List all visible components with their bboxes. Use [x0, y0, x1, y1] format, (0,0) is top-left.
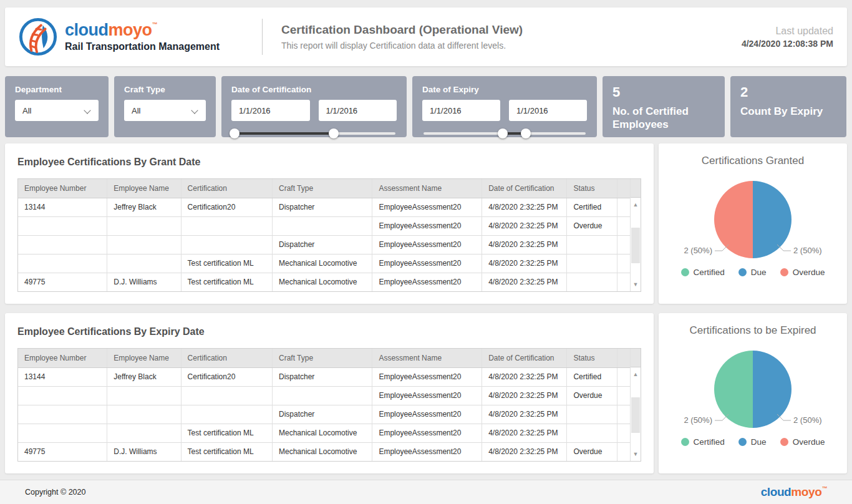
certification-end-date-input[interactable] [319, 100, 397, 121]
column-header[interactable]: Status [567, 179, 617, 198]
slider-handle-start[interactable] [230, 128, 240, 138]
slider-handle-end[interactable] [521, 128, 531, 138]
column-header[interactable]: Date of Certification [482, 349, 567, 367]
column-header[interactable]: Status [567, 349, 617, 367]
expiry-date-slider[interactable] [422, 128, 587, 138]
scroll-up-icon[interactable]: ▲ [631, 201, 641, 208]
legend-dot-icon [780, 268, 788, 276]
pie-label-right: 2 (50%) [793, 415, 822, 425]
scroll-up-icon[interactable]: ▲ [631, 371, 641, 377]
table-cell: 4/8/2020 2:32:25 PM [482, 424, 567, 442]
craft-type-dropdown[interactable]: All [124, 100, 206, 121]
table-cell: EmployeeAssessment20 [372, 442, 482, 461]
table-cell-filler [617, 424, 631, 442]
legend-dot-icon [738, 438, 747, 446]
pie-label-left: 2 (50%) [684, 246, 712, 255]
table-cell: EmployeeAssessment20 [372, 235, 482, 254]
column-header[interactable]: Employee Number [18, 349, 107, 367]
table-row[interactable]: DispatcherEmployeeAssessment204/8/2020 2… [18, 405, 630, 424]
table-cell-filler [617, 386, 631, 405]
column-header[interactable]: Assessment Name [372, 179, 482, 198]
date-of-expiry-label: Date of Expiry [422, 85, 587, 94]
table-cell [107, 216, 181, 235]
table-row[interactable]: 49775D.J. WilliamsTest certification MLM… [18, 442, 630, 461]
table-cell: Certification20 [181, 367, 272, 386]
expiry-start-date-input[interactable] [422, 100, 500, 121]
column-header[interactable]: Employee Name [107, 349, 181, 367]
table-row[interactable]: Test certification MLMechanical Locomoti… [18, 424, 630, 442]
column-header[interactable]: Craft Type [273, 179, 372, 198]
expired-chart-title: Certifications to be Expired [659, 324, 847, 337]
pie-slice-due[interactable] [753, 181, 791, 258]
table-cell [181, 235, 272, 254]
kpi-expiry-label: Count By Expiry [740, 105, 836, 118]
granted-chart-title: Certifications Granted [659, 155, 847, 167]
slider-handle-end[interactable] [329, 128, 339, 138]
column-header[interactable]: Certification [181, 349, 272, 367]
scrollbar-thumb[interactable] [631, 228, 640, 263]
table-scrollbar[interactable]: ▲ ▼ [631, 198, 641, 291]
table-cell [273, 216, 372, 235]
pie-slice-certified[interactable] [714, 351, 753, 428]
table-cell: EmployeeAssessment20 [372, 198, 482, 216]
legend-item-certified[interactable]: Certified [681, 437, 725, 447]
table-cell-filler [617, 254, 631, 273]
legend-item-due[interactable]: Due [738, 268, 767, 277]
kpi-certified-value: 5 [612, 85, 715, 100]
scroll-down-icon[interactable]: ▼ [631, 281, 641, 288]
table-cell [273, 386, 372, 405]
legend-dot-icon [681, 438, 689, 446]
table-row[interactable]: DispatcherEmployeeAssessment204/8/2020 2… [18, 235, 630, 254]
table-cell: Certification20 [181, 198, 272, 216]
table-row[interactable]: 13144Jeffrey BlackCertification20Dispatc… [18, 367, 630, 386]
legend-item-certified[interactable]: Certified [681, 268, 725, 277]
column-header[interactable]: Craft Type [273, 349, 372, 367]
table-row[interactable]: EmployeeAssessment204/8/2020 2:32:25 PMO… [18, 216, 630, 235]
scrollbar-thumb[interactable] [631, 397, 640, 433]
filter-craft-type: Craft Type All [114, 76, 216, 137]
table-row[interactable]: 13144Jeffrey BlackCertification20Dispatc… [18, 198, 630, 216]
table-cell: 4/8/2020 2:32:25 PM [482, 216, 567, 235]
column-header[interactable]: Certification [181, 179, 272, 198]
table-cell: EmployeeAssessment20 [372, 424, 482, 442]
pie-slice-overdue[interactable] [714, 181, 753, 258]
department-dropdown[interactable]: All [15, 100, 99, 121]
pie-label-left: 2 (50%) [684, 415, 712, 425]
expired-chart-legend: CertifiedDueOverdue [659, 437, 847, 447]
pie-label-right: 2 (50%) [793, 246, 822, 255]
brand-tagline: Rail Transportation Management [65, 41, 220, 52]
table-cell: Dispatcher [273, 198, 372, 216]
table-cell: Dispatcher [273, 405, 372, 424]
pie-slice-due[interactable] [753, 351, 791, 428]
expiry-end-date-input[interactable] [509, 100, 587, 121]
legend-item-overdue[interactable]: Overdue [780, 437, 825, 447]
legend-item-due[interactable]: Due [738, 437, 767, 447]
table-scrollbar[interactable]: ▲ ▼ [631, 367, 641, 461]
table-row[interactable]: Test certification MLMechanical Locomoti… [18, 254, 630, 273]
column-header[interactable]: Assessment Name [372, 349, 482, 367]
column-header[interactable]: Employee Number [18, 179, 107, 198]
legend-item-overdue[interactable]: Overdue [780, 268, 825, 277]
table-row[interactable]: EmployeeAssessment204/8/2020 2:32:25 PMO… [18, 386, 630, 405]
certification-start-date-input[interactable] [231, 100, 310, 121]
table-cell [18, 235, 107, 254]
table-cell-filler [617, 442, 631, 461]
table-cell [18, 216, 107, 235]
scroll-down-icon[interactable]: ▼ [631, 451, 641, 457]
slider-selected-range[interactable] [235, 132, 334, 135]
table-cell: 4/8/2020 2:32:25 PM [482, 405, 567, 424]
slider-handle-start[interactable] [498, 128, 508, 138]
filter-date-of-expiry: Date of Expiry [412, 76, 597, 137]
certification-date-slider[interactable] [231, 128, 397, 138]
table-row[interactable]: 49775D.J. WilliamsTest certification MLM… [18, 273, 630, 291]
column-header[interactable]: Date of Certification [482, 179, 567, 198]
granted-chart-legend: CertifiedDueOverdue [659, 268, 847, 277]
table-cell [107, 424, 181, 442]
table-cell: Overdue [567, 442, 617, 461]
granted-pie-chart: 2 (50%) 2 (50%) [659, 168, 847, 265]
table-cell-filler [617, 198, 631, 216]
column-header[interactable]: Employee Name [107, 179, 181, 198]
certifications-granted-card: Certifications Granted 2 (50%) 2 (50%) C… [659, 143, 847, 304]
table-cell: Mechanical Locomotive [273, 273, 372, 291]
kpi-certified-label: No. of Certified Employees [612, 105, 715, 131]
